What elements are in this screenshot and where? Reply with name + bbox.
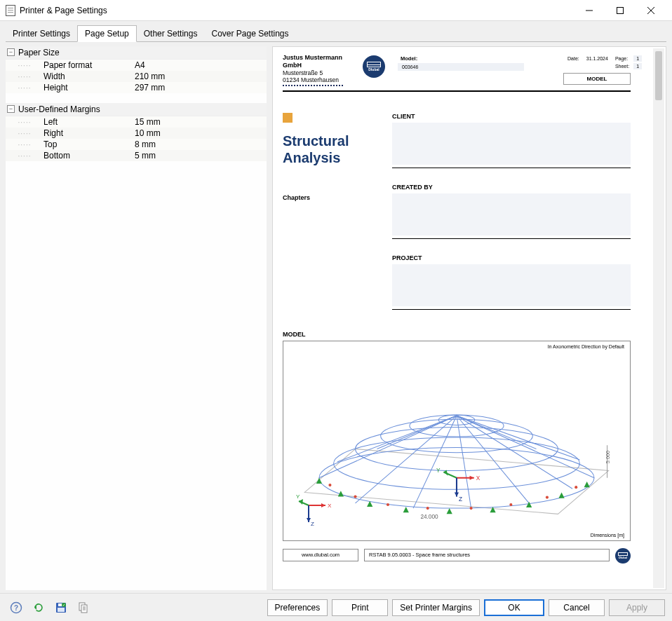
row-value[interactable]: A4 [135,60,267,70]
maximize-button[interactable] [605,1,636,20]
footer-app: RSTAB 9.05.0003 - Space frame structures [364,549,610,561]
apply-button[interactable]: Apply [609,599,665,616]
svg-line-12 [356,416,457,503]
document-icon [6,5,15,16]
model-caption: In Axonometric Direction by Default [548,344,624,349]
preferences-button[interactable]: Preferences [267,599,328,616]
doc-right-column: CLIENT CREATED BY PROJECT [392,113,631,310]
group-user-margins[interactable]: − User-Defined Margins [6,103,267,116]
project-label: PROJECT [392,254,631,261]
project-field [392,264,631,306]
row-margin-bottom[interactable]: ····· Bottom 5 mm [6,150,267,161]
createdby-field [392,193,631,236]
save-icon[interactable]: ✓ [52,599,70,617]
dlubal-logo-icon: Dlubal [363,55,385,78]
svg-line-19 [457,416,536,449]
collapse-icon[interactable]: − [7,105,15,113]
dotted-rule [283,85,343,86]
date-value: 31.1.2024 [584,55,611,62]
tab-printer-settings[interactable]: Printer Settings [6,26,77,41]
svg-point-35 [470,507,473,510]
svg-point-32 [354,495,356,498]
tab-cover-page-settings[interactable]: Cover Page Settings [204,26,295,41]
client-field [392,123,631,165]
svg-line-14 [457,416,471,508]
ok-button[interactable]: OK [484,599,544,616]
svg-marker-26 [447,508,452,514]
svg-point-7 [356,428,558,471]
row-label: Paper format [43,60,135,70]
svg-marker-28 [526,502,532,507]
model-section: MODEL In Axonometric Direction by Defaul… [283,331,631,564]
createdby-label: CREATED BY [392,184,631,191]
doc-title-line1: Structural [283,133,349,149]
preview-footer: www.dlubal.com RSTAB 9.05.0003 - Space f… [283,547,631,564]
footer-url: www.dlubal.com [283,549,358,561]
company-line2: 01234 Musterhausen [283,76,356,83]
window-title: Printer & Page Settings [20,6,107,15]
set-printer-margins-button[interactable]: Set Printer Margins [392,599,480,616]
row-label: Width [43,71,135,81]
scrollbar[interactable] [653,48,664,588]
date-label: Date: [565,55,582,62]
model-value: 003646 [398,63,524,71]
svg-text:Z: Z [459,496,462,503]
scrollbar-thumb[interactable] [655,51,662,100]
group-paper-size[interactable]: − Paper Size [6,46,267,60]
svg-text:Z: Z [311,521,314,527]
tab-page-setup[interactable]: Page Setup [77,25,137,42]
model-label: Model: [398,54,430,63]
row-value[interactable]: 297 mm [135,83,267,93]
svg-line-17 [457,416,594,478]
row-margin-left[interactable]: ····· Left 15 mm [6,116,267,128]
titlebar: Printer & Page Settings [0,0,672,21]
page-value: 1 [633,55,642,62]
minimize-button[interactable] [574,1,605,20]
sheet-value: 1 [633,63,642,69]
row-label: Bottom [43,151,135,161]
group-user-margins-label: User-Defined Margins [18,104,100,114]
row-value[interactable]: 15 mm [135,117,267,127]
group-paper-size-label: Paper Size [18,48,60,57]
collapse-icon[interactable]: − [7,48,15,56]
row-value[interactable]: 10 mm [135,128,267,138]
page-preview: Justus Mustermann GmbH Musterstraße 5 01… [283,54,631,564]
svg-point-31 [328,484,331,486]
reset-icon[interactable] [29,599,48,617]
row-value[interactable]: 210 mm [135,71,267,81]
row-margin-right[interactable]: ····· Right 10 mm [6,128,267,139]
svg-point-9 [410,415,504,437]
svg-point-36 [509,503,512,506]
svg-marker-43 [470,476,474,480]
row-paper-format[interactable]: ····· Paper format A4 [6,60,267,71]
copy-icon[interactable] [74,599,93,617]
row-width[interactable]: ····· Width 210 mm [6,71,267,82]
row-label: Height [43,83,135,93]
row-value[interactable]: 8 mm [135,139,267,149]
svg-marker-22 [316,478,322,484]
doc-title-line2: Analysis [283,150,340,165]
svg-text:Y: Y [296,493,300,500]
client-label: CLIENT [392,113,631,120]
row-height[interactable]: ····· Height 297 mm [6,82,267,93]
bottom-bar: ? ✓ Preferences Print Set Printer Margin… [0,593,672,621]
print-button[interactable]: Print [332,599,388,616]
settings-tree: − Paper Size ····· Paper format A4 ·····… [6,46,267,590]
svg-text:X: X [328,503,332,509]
cancel-button[interactable]: Cancel [549,599,605,616]
content-area: Printer Settings Page Setup Other Settin… [0,21,672,593]
orange-square-icon [283,113,293,123]
row-value[interactable]: 5 mm [135,151,267,161]
svg-marker-29 [558,492,564,498]
dlubal-logo-icon: Dlubal [615,548,631,564]
company-block: Justus Mustermann GmbH Musterstraße 5 01… [283,54,356,86]
close-button[interactable] [636,1,666,20]
row-margin-top[interactable]: ····· Top 8 mm [6,139,267,150]
svg-marker-25 [403,507,409,512]
svg-line-13 [413,416,457,508]
model-section-label: MODEL [283,331,631,338]
tab-other-settings[interactable]: Other Settings [137,26,205,41]
model-box: In Axonometric Direction by Default Dime… [283,341,631,541]
help-icon[interactable]: ? [7,599,25,617]
company-name: Justus Mustermann GmbH [283,54,356,69]
